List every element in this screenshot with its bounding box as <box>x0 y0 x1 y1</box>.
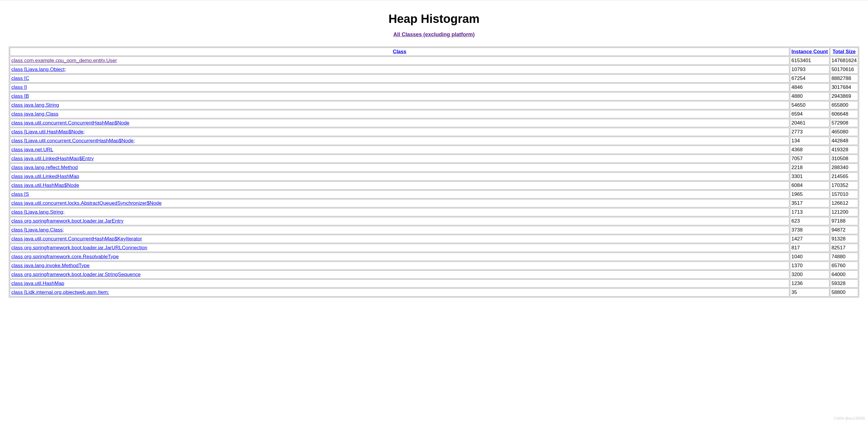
instance-count-cell: 10793 <box>790 65 829 74</box>
class-link[interactable]: class [B <box>11 93 29 99</box>
total-size-cell: 97188 <box>830 217 858 225</box>
total-size-cell: 91328 <box>830 235 858 243</box>
total-size-cell: 65760 <box>830 261 858 270</box>
class-cell: class java.lang.invoke.MethodType <box>10 261 789 270</box>
class-cell: class java.util.concurrent.locks.Abstrac… <box>10 199 789 207</box>
sort-by-instance-count-link[interactable]: Instance Count <box>792 49 828 54</box>
total-size-cell: 2943869 <box>830 92 858 101</box>
class-link[interactable]: class [S <box>11 191 29 197</box>
total-size-cell: 59328 <box>830 279 858 288</box>
instance-count-cell: 3200 <box>790 271 829 279</box>
table-row: class java.util.concurrent.ConcurrentHas… <box>10 119 858 127</box>
table-row: class java.lang.String54650655800 <box>10 101 858 109</box>
table-row: class [Ljava.util.HashMap$Node;277346508… <box>10 128 858 136</box>
table-row: class [Ljava.lang.Class;373894872 <box>10 226 858 234</box>
class-link[interactable]: class java.util.concurrent.ConcurrentHas… <box>11 236 142 242</box>
total-size-cell: 126612 <box>830 199 858 207</box>
total-size-cell: 3017684 <box>830 83 858 91</box>
class-link[interactable]: class [I <box>11 84 27 90</box>
instance-count-cell: 2773 <box>790 128 829 136</box>
class-link[interactable]: class org.springframework.boot.loader.ja… <box>11 218 123 224</box>
instance-count-cell: 3301 <box>790 172 829 181</box>
instance-count-cell: 2218 <box>790 164 829 172</box>
table-row: class org.springframework.core.Resolvabl… <box>10 253 858 261</box>
class-link[interactable]: class java.util.HashMap$Node <box>11 182 79 188</box>
instance-count-cell: 623 <box>790 217 829 225</box>
table-row: class [S1965157010 <box>10 190 858 198</box>
heap-histogram-table: Class Instance Count Total Size class co… <box>9 47 859 298</box>
class-cell: class [C <box>10 74 789 83</box>
sort-by-total-size-link[interactable]: Total Size <box>832 49 856 54</box>
class-link[interactable]: class java.net.URL <box>11 147 54 152</box>
class-link[interactable]: class [Ljava.lang.String; <box>11 209 65 215</box>
class-link[interactable]: class java.lang.Class <box>11 111 59 117</box>
class-cell: class [Ljava.lang.Object; <box>10 65 789 74</box>
class-link[interactable]: class java.util.HashMap <box>11 281 64 286</box>
total-size-cell: 74880 <box>830 253 858 261</box>
instance-count-cell: 20461 <box>790 119 829 127</box>
total-size-cell: 419328 <box>830 146 858 154</box>
class-cell: class org.springframework.boot.loader.ja… <box>10 244 789 252</box>
class-cell: class org.springframework.core.Resolvabl… <box>10 253 789 261</box>
class-link[interactable]: class [Ljava.util.concurrent.ConcurrentH… <box>11 138 135 144</box>
class-cell: class [I <box>10 83 789 91</box>
total-size-cell: 94872 <box>830 226 858 234</box>
table-row: class [Ljava.lang.String;1713121200 <box>10 208 858 216</box>
table-row: class java.util.LinkedHashMap$Entry70573… <box>10 154 858 163</box>
table-row: class java.lang.reflect.Method2218288340 <box>10 164 858 172</box>
total-size-cell: 82517 <box>830 244 858 252</box>
class-cell: class java.util.HashMap <box>10 279 789 288</box>
instance-count-cell: 6084 <box>790 181 829 190</box>
class-cell: class [B <box>10 92 789 101</box>
all-classes-link[interactable]: All Classes (excluding platform) <box>393 31 475 37</box>
sort-by-class-link[interactable]: Class <box>393 49 406 54</box>
total-size-cell: 64000 <box>830 271 858 279</box>
subtitle-container: All Classes (excluding platform) <box>9 31 859 38</box>
total-size-cell: 572908 <box>830 119 858 127</box>
class-link[interactable]: class java.lang.invoke.MethodType <box>11 263 90 269</box>
class-link[interactable]: class java.util.concurrent.locks.Abstrac… <box>11 200 161 206</box>
table-row: class java.net.URL4368419328 <box>10 146 858 154</box>
class-link[interactable]: class [Ljava.lang.Class; <box>11 227 64 233</box>
class-link[interactable]: class [Ljava.util.HashMap$Node; <box>11 129 85 135</box>
class-link[interactable]: class [Ljava.lang.Object; <box>11 66 66 72</box>
instance-count-cell: 134 <box>790 137 829 145</box>
class-cell: class [Ljava.lang.String; <box>10 208 789 216</box>
class-link[interactable]: class com.example.cpu_oom_demo.entity.Us… <box>11 58 117 63</box>
class-link[interactable]: class java.util.LinkedHashMap <box>11 173 79 179</box>
class-cell: class java.lang.reflect.Method <box>10 164 789 172</box>
instance-count-cell: 6153401 <box>790 56 829 65</box>
header-instance-count: Instance Count <box>790 48 829 56</box>
total-size-cell: 170352 <box>830 181 858 190</box>
table-row: class java.util.HashMap$Node6084170352 <box>10 181 858 190</box>
instance-count-cell: 4880 <box>790 92 829 101</box>
class-link[interactable]: class org.springframework.boot.loader.ja… <box>11 272 141 277</box>
header-class: Class <box>10 48 789 56</box>
class-cell: class java.util.LinkedHashMap$Entry <box>10 154 789 163</box>
table-row: class org.springframework.boot.loader.ja… <box>10 244 858 252</box>
class-link[interactable]: class java.util.concurrent.ConcurrentHas… <box>11 120 129 126</box>
table-row: class [I48463017684 <box>10 83 858 91</box>
class-link[interactable]: class java.lang.reflect.Method <box>11 165 78 170</box>
instance-count-cell: 3738 <box>790 226 829 234</box>
table-row: class org.springframework.boot.loader.ja… <box>10 271 858 279</box>
class-link[interactable]: class [Lidk.internal.org.objectweb.asm.I… <box>11 289 109 295</box>
class-link[interactable]: class org.springframework.boot.loader.ja… <box>11 245 147 251</box>
class-cell: class java.util.LinkedHashMap <box>10 172 789 181</box>
class-link[interactable]: class org.springframework.core.Resolvabl… <box>11 254 119 259</box>
class-link[interactable]: class java.util.LinkedHashMap$Entry <box>11 156 94 161</box>
total-size-cell: 655800 <box>830 101 858 109</box>
total-size-cell: 58800 <box>830 288 858 297</box>
class-link[interactable]: class [C <box>11 76 29 81</box>
table-row: class [C672548882788 <box>10 74 858 83</box>
class-cell: class java.lang.String <box>10 101 789 109</box>
class-cell: class [Ljava.lang.Class; <box>10 226 789 234</box>
class-cell: class java.lang.Class <box>10 110 789 118</box>
class-cell: class [Ljava.util.concurrent.ConcurrentH… <box>10 137 789 145</box>
table-row: class java.util.LinkedHashMap3301214565 <box>10 172 858 181</box>
instance-count-cell: 54650 <box>790 101 829 109</box>
total-size-cell: 288340 <box>830 164 858 172</box>
instance-count-cell: 6594 <box>790 110 829 118</box>
total-size-cell: 442848 <box>830 137 858 145</box>
class-link[interactable]: class java.lang.String <box>11 102 59 108</box>
